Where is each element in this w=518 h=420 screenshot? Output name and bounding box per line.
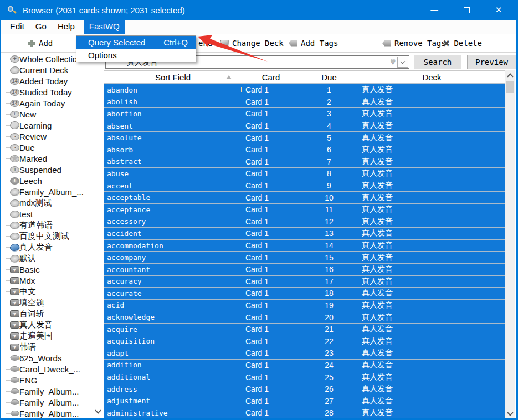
sidebar-item[interactable]: 百词斩	[1, 308, 104, 319]
sidebar-item[interactable]: 有道韩语	[1, 219, 104, 231]
column-header-due[interactable]: Due	[300, 71, 358, 83]
table-row[interactable]: acquire Card 1 21 真人发音	[104, 324, 505, 336]
cell-due: 2	[300, 96, 358, 108]
sidebar-item[interactable]: 走遍美国	[1, 330, 104, 341]
cell-deck: 真人发音	[358, 240, 505, 252]
column-header-card[interactable]: Card	[242, 71, 300, 83]
sidebar-item[interactable]: Current Deck	[1, 64, 104, 75]
sidebar-item[interactable]: Added Today	[1, 75, 104, 86]
sidebar-item[interactable]: 中文	[1, 286, 104, 297]
column-header-deck[interactable]: Deck	[358, 71, 505, 83]
sidebar-item[interactable]: ENG	[1, 375, 104, 386]
delete-button[interactable]: ✖ Delete	[443, 34, 482, 52]
sidebar-item[interactable]: test	[1, 208, 104, 219]
sidebar-item[interactable]: Review	[1, 131, 104, 142]
menu-help[interactable]: Help	[52, 20, 80, 34]
sidebar-item[interactable]: Leech	[1, 175, 104, 186]
sidebar-item[interactable]: 百度中文测试	[1, 231, 104, 242]
sidebar-item[interactable]: Family_Album...	[1, 408, 104, 418]
table-row[interactable]: abuse Card 1 8 真人发音	[104, 168, 505, 180]
minimize-button[interactable]: —	[418, 0, 450, 20]
table-row[interactable]: accent Card 1 9 真人发音	[104, 180, 505, 192]
table-row[interactable]: address Card 1 26 真人发音	[104, 383, 505, 396]
maximize-button[interactable]	[450, 0, 483, 20]
sidebar-item-icon	[10, 100, 19, 107]
suspend-button-partial[interactable]: end	[198, 34, 212, 52]
sidebar-item[interactable]: 真人发音	[1, 319, 104, 330]
menu-fastwq[interactable]: FastWQ	[84, 20, 125, 34]
menu-option[interactable]: Options	[76, 49, 196, 62]
table-row[interactable]: abandon Card 1 1 真人发音	[104, 84, 505, 96]
table-row[interactable]: accuracy Card 1 17 真人发音	[104, 276, 505, 288]
change-deck-button[interactable]: Change Deck	[220, 34, 284, 52]
table-row[interactable]: abstract Card 1 7 真人发音	[104, 156, 505, 168]
cell-deck: 真人发音	[358, 264, 505, 275]
sidebar-item[interactable]: Basic	[1, 264, 104, 275]
table-row[interactable]: acquisition Card 1 22 真人发音	[104, 335, 505, 347]
search-button[interactable]: Search	[414, 55, 461, 69]
sidebar-scroll-down-arrow[interactable]	[95, 408, 101, 415]
table-row[interactable]: absorb Card 1 6 真人发音	[104, 144, 505, 156]
sidebar-item[interactable]: 625_Words	[1, 352, 104, 363]
sidebar-item[interactable]: mdx测试	[1, 197, 104, 208]
close-button[interactable]: ✕	[483, 0, 515, 20]
table-row[interactable]: acid Card 1 19 真人发音	[104, 300, 505, 312]
cell-deck: 真人发音	[358, 204, 505, 216]
sidebar-item[interactable]: New	[1, 109, 104, 120]
table-row[interactable]: accessory Card 1 12 真人发音	[104, 216, 505, 228]
table-row[interactable]: absent Card 1 4 真人发音	[104, 120, 505, 132]
sidebar-item[interactable]: Family_Album...	[1, 386, 104, 397]
table-row[interactable]: adjustment Card 1 27 真人发音	[104, 395, 505, 407]
cell-sort-field: additional	[104, 371, 242, 383]
table-row[interactable]: acceptable Card 1 10 真人发音	[104, 192, 505, 204]
table-row[interactable]: accompany Card 1 15 真人发音	[104, 252, 505, 264]
table-row[interactable]: accommodation Card 1 14 真人发音	[104, 240, 505, 252]
add-button[interactable]: Add	[28, 34, 53, 52]
preview-button[interactable]: Preview	[467, 55, 516, 69]
remove-tags-button[interactable]: Remove Tags	[382, 34, 446, 52]
cell-sort-field: administrative	[104, 407, 242, 418]
search-dropdown-arrow[interactable]	[397, 57, 408, 68]
sidebar-item[interactable]: Mdx	[1, 275, 104, 286]
sort-ascending-icon	[226, 75, 232, 79]
table-row[interactable]: adapt Card 1 23 真人发音	[104, 347, 505, 360]
cell-due: 21	[300, 324, 358, 335]
table-row[interactable]: accurate Card 1 18 真人发音	[104, 288, 505, 300]
favorite-heart-icon[interactable]: ♥	[391, 57, 396, 66]
column-header-sort-field[interactable]: Sort Field	[104, 71, 242, 83]
sidebar-item[interactable]: 韩语	[1, 341, 104, 352]
sidebar-item[interactable]: 真人发音	[1, 242, 104, 253]
scroll-down-arrow[interactable]	[505, 409, 515, 418]
table-row[interactable]: accident Card 1 13 真人发音	[104, 228, 505, 240]
sidebar-item[interactable]: Family_Album_...	[1, 186, 104, 197]
scrollbar-thumb[interactable]	[506, 81, 514, 93]
table-row[interactable]: administrative Card 1 28 真人发音	[104, 407, 505, 418]
table-row[interactable]: acceptance Card 1 11 真人发音	[104, 204, 505, 216]
menu-option[interactable]: Query Selected Ctrl+Q	[76, 36, 196, 49]
menu-go[interactable]: Go	[30, 20, 52, 34]
table-scrollbar[interactable]	[505, 70, 515, 418]
menu-edit[interactable]: Edit	[4, 20, 30, 34]
scroll-up-arrow[interactable]	[505, 70, 515, 80]
table-row[interactable]: additional Card 1 25 真人发音	[104, 371, 505, 383]
sidebar-item[interactable]: Family_Album...	[1, 397, 104, 408]
sidebar-item[interactable]: Carol_Dweck_...	[1, 363, 104, 375]
table-row[interactable]: abortion Card 1 3 真人发音	[104, 108, 505, 120]
sidebar-item[interactable]: Suspended	[1, 164, 104, 175]
cell-deck: 真人发音	[358, 216, 505, 228]
table-row[interactable]: accountant Card 1 16 真人发音	[104, 264, 505, 276]
table-row[interactable]: acknowledge Card 1 20 真人发音	[104, 311, 505, 324]
table-row[interactable]: addition Card 1 24 真人发音	[104, 360, 505, 372]
table-row[interactable]: abolish Card 1 2 真人发音	[104, 96, 505, 109]
sidebar-item[interactable]: 填空题	[1, 297, 104, 308]
sidebar-item[interactable]: Due	[1, 142, 104, 153]
sidebar-item[interactable]: 默认	[1, 253, 104, 264]
add-tags-button[interactable]: Add Tags	[289, 34, 338, 52]
sidebar-item[interactable]: Again Today	[1, 98, 104, 109]
cell-card: Card 1	[242, 335, 300, 347]
sidebar-item[interactable]: Marked	[1, 153, 104, 164]
sidebar-item[interactable]: Learning	[1, 120, 104, 131]
cell-sort-field: accessory	[104, 216, 242, 228]
sidebar-item[interactable]: Studied Today	[1, 86, 104, 98]
table-row[interactable]: absolute Card 1 5 真人发音	[104, 132, 505, 144]
